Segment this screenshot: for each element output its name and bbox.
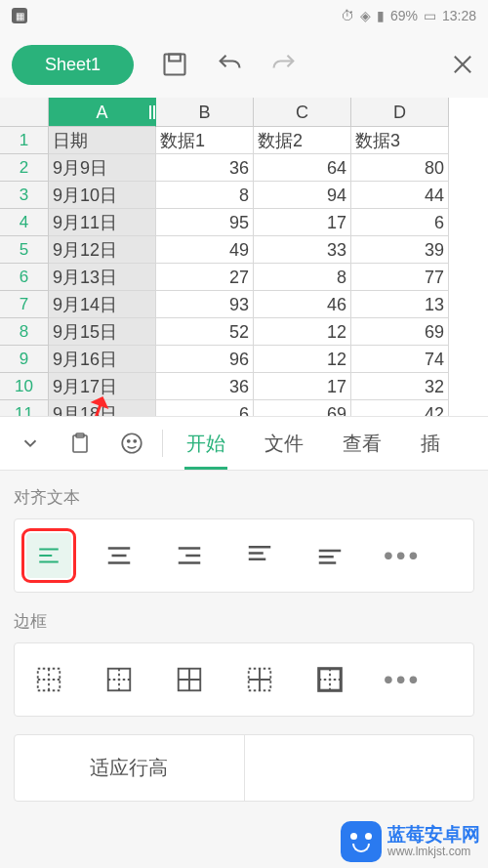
data-cell[interactable]: 44 <box>351 182 449 209</box>
header-cell[interactable]: 数据2 <box>254 127 351 154</box>
data-cell[interactable]: 69 <box>254 400 351 416</box>
align-right-button[interactable] <box>167 533 212 578</box>
border-inner-button[interactable] <box>237 657 282 702</box>
col-header-B[interactable]: B <box>156 98 254 127</box>
svg-point-4 <box>122 434 142 453</box>
svg-point-5 <box>128 440 130 442</box>
data-cell[interactable]: 33 <box>254 236 351 264</box>
row-header-11[interactable]: 11 <box>0 400 49 416</box>
row-header-2[interactable]: 2 <box>0 154 49 182</box>
row-header-3[interactable]: 3 <box>0 182 49 209</box>
toolbar: Sheet1 <box>0 31 488 98</box>
data-cell[interactable]: 49 <box>156 236 254 264</box>
sheet-name: Sheet1 <box>45 55 101 75</box>
align-middle-button[interactable] <box>307 533 352 578</box>
data-cell[interactable]: 9月12日 <box>49 236 156 264</box>
close-icon[interactable] <box>449 51 476 78</box>
wifi-icon: ◈ <box>360 8 371 23</box>
data-cell[interactable]: 9月11日 <box>49 209 156 236</box>
tab-file[interactable]: 文件 <box>245 417 323 470</box>
select-all-corner[interactable] <box>0 98 49 127</box>
undo-icon[interactable] <box>216 51 243 78</box>
spreadsheet[interactable]: ABCD1日期数据1数据2数据329月9日36648039月10日8944449… <box>0 98 488 416</box>
border-all-button[interactable] <box>167 657 212 702</box>
data-cell[interactable]: 46 <box>254 291 351 318</box>
data-cell[interactable]: 9月15日 <box>49 318 156 346</box>
col-header-C[interactable]: C <box>254 98 351 127</box>
tab-view[interactable]: 查看 <box>323 417 401 470</box>
data-cell[interactable]: 42 <box>351 400 449 416</box>
data-cell[interactable]: 9月10日 <box>49 182 156 209</box>
data-cell[interactable]: 93 <box>156 291 254 318</box>
collapse-panel-icon[interactable] <box>6 433 55 454</box>
row-header-5[interactable]: 5 <box>0 236 49 264</box>
row-header-7[interactable]: 7 <box>0 291 49 318</box>
header-cell[interactable]: 日期 <box>49 127 156 154</box>
watermark-url: www.lmkjst.com <box>387 846 480 858</box>
alarm-icon: ⏱ <box>341 8 354 23</box>
tab-start[interactable]: 开始 <box>167 417 245 470</box>
align-left-button[interactable] <box>26 533 71 578</box>
row-header-10[interactable]: 10 <box>0 373 49 400</box>
data-cell[interactable]: 9月13日 <box>49 264 156 291</box>
watermark: 蓝莓安卓网 www.lmkjst.com <box>341 821 480 862</box>
border-more-button[interactable]: ••• <box>378 664 427 695</box>
row-header-1[interactable]: 1 <box>0 127 49 154</box>
assistant-icon[interactable] <box>105 431 158 456</box>
data-cell[interactable]: 9月16日 <box>49 346 156 373</box>
border-thick-button[interactable] <box>307 657 352 702</box>
save-icon[interactable] <box>161 51 188 78</box>
data-cell[interactable]: 8 <box>254 264 351 291</box>
battery-percent: 69% <box>390 8 418 23</box>
col-header-A[interactable]: A <box>49 98 156 127</box>
align-more-button[interactable]: ••• <box>378 540 427 571</box>
fit-row-height-button[interactable]: 适应行高 <box>15 735 245 801</box>
border-none-button[interactable] <box>26 657 71 702</box>
clock: 13:28 <box>442 8 476 23</box>
clipboard-icon[interactable] <box>55 432 105 455</box>
data-cell[interactable]: 9月14日 <box>49 291 156 318</box>
data-cell[interactable]: 17 <box>254 373 351 400</box>
fit-options: 适应行高 <box>14 734 474 802</box>
svg-rect-0 <box>165 55 185 75</box>
data-cell[interactable]: 95 <box>156 209 254 236</box>
col-header-D[interactable]: D <box>351 98 449 127</box>
data-cell[interactable]: 36 <box>156 154 254 182</box>
align-top-button[interactable] <box>237 533 282 578</box>
data-cell[interactable]: 6 <box>156 400 254 416</box>
border-outer-button[interactable] <box>97 657 142 702</box>
data-cell[interactable]: 32 <box>351 373 449 400</box>
data-cell[interactable]: 69 <box>351 318 449 346</box>
row-header-9[interactable]: 9 <box>0 346 49 373</box>
data-cell[interactable]: 9月9日 <box>49 154 156 182</box>
fit-col-width-button[interactable] <box>245 735 474 801</box>
data-cell[interactable]: 52 <box>156 318 254 346</box>
data-cell[interactable]: 8 <box>156 182 254 209</box>
data-cell[interactable]: 96 <box>156 346 254 373</box>
data-cell[interactable]: 17 <box>254 209 351 236</box>
row-header-8[interactable]: 8 <box>0 318 49 346</box>
data-cell[interactable]: 94 <box>254 182 351 209</box>
data-cell[interactable]: 12 <box>254 318 351 346</box>
data-cell[interactable]: 27 <box>156 264 254 291</box>
redo-icon[interactable] <box>270 51 298 78</box>
data-cell[interactable]: 39 <box>351 236 449 264</box>
sheet-tab[interactable]: Sheet1 <box>12 45 134 85</box>
header-cell[interactable]: 数据3 <box>351 127 449 154</box>
tab-more[interactable]: 插 <box>401 417 440 470</box>
row-header-6[interactable]: 6 <box>0 264 49 291</box>
data-cell[interactable]: 13 <box>351 291 449 318</box>
header-cell[interactable]: 数据1 <box>156 127 254 154</box>
data-cell[interactable]: 80 <box>351 154 449 182</box>
data-cell[interactable]: 12 <box>254 346 351 373</box>
data-cell[interactable]: 74 <box>351 346 449 373</box>
data-cell[interactable]: 64 <box>254 154 351 182</box>
signal-icon: ▮ <box>377 8 385 23</box>
section-border-label: 边框 <box>14 610 474 633</box>
svg-point-6 <box>134 440 136 442</box>
data-cell[interactable]: 77 <box>351 264 449 291</box>
data-cell[interactable]: 36 <box>156 373 254 400</box>
align-center-button[interactable] <box>97 533 142 578</box>
row-header-4[interactable]: 4 <box>0 209 49 236</box>
data-cell[interactable]: 6 <box>351 209 449 236</box>
